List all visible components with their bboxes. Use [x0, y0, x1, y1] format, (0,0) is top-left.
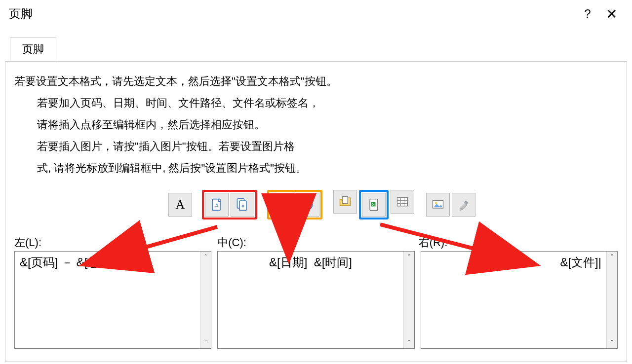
window-title: 页脚	[9, 6, 576, 22]
svg-rect-11	[343, 197, 348, 204]
page-count-icon: #	[236, 198, 249, 212]
center-section-content[interactable]: &[日期] &[时间]	[218, 252, 403, 348]
highlight-page-group: # #	[202, 190, 257, 219]
instruction-line-5: 式, 请将光标放到编辑框中, 然后按"设置图片格式"按钮。	[14, 157, 618, 179]
page-number-icon: #	[210, 198, 224, 212]
scroll-down-icon[interactable]: ˅	[200, 337, 211, 348]
close-button[interactable]: ✕	[599, 6, 623, 22]
svg-rect-6	[277, 200, 287, 203]
insert-sheet-name-button[interactable]	[391, 190, 414, 214]
instruction-line-4: 若要插入图片，请按"插入图片"按钮。若要设置图片格	[14, 136, 618, 157]
date-icon: 7	[275, 198, 289, 212]
left-section-label: 左(L):	[14, 235, 215, 250]
tab-footer[interactable]: 页脚	[10, 37, 56, 61]
scroll-up-icon[interactable]: ˄	[200, 252, 211, 262]
insert-picture-button[interactable]	[426, 193, 450, 217]
scrollbar[interactable]: ˄ ˅	[403, 252, 414, 348]
svg-text:#: #	[241, 203, 244, 209]
format-picture-button[interactable]	[452, 193, 475, 217]
center-section-editor[interactable]: &[日期] &[时间] ˄ ˅	[217, 251, 414, 349]
footer-toolbar: A # # 7	[168, 189, 476, 220]
insert-file-name-button[interactable]: X	[362, 193, 386, 217]
title-bar: 页脚 ? ✕	[0, 0, 632, 28]
instruction-line-3: 请将插入点移至编辑框内，然后选择相应按钮。	[14, 114, 618, 136]
scroll-down-icon[interactable]: ˅	[607, 337, 617, 348]
insert-date-button[interactable]: 7	[270, 193, 294, 217]
tab-strip: 页脚	[5, 37, 627, 61]
scroll-down-icon[interactable]: ˅	[404, 337, 414, 348]
insert-page-count-button[interactable]: #	[231, 193, 254, 217]
insert-file-path-button[interactable]	[333, 190, 357, 214]
file-name-icon: X	[367, 198, 381, 212]
scrollbar[interactable]: ˄ ˅	[606, 252, 617, 348]
scroll-up-icon[interactable]: ˄	[404, 252, 414, 262]
insert-picture-icon	[431, 198, 445, 212]
center-section-label: 中(C):	[215, 235, 416, 250]
footer-panel: 若要设置文本格式，请先选定文本，然后选择"设置文本格式"按钮。 若要加入页码、日…	[5, 61, 627, 362]
instruction-line-2: 若要加入页码、日期、时间、文件路径、文件名或标签名，	[14, 92, 618, 114]
edit-row: &[页码] － &[总页数]| ˄ ˅ &[日期] &[时间] ˄ ˅ &[文件…	[14, 251, 618, 349]
svg-text:7: 7	[280, 204, 283, 210]
file-group: X	[332, 189, 415, 220]
scrollbar[interactable]: ˄ ˅	[200, 252, 211, 348]
format-picture-icon	[457, 198, 471, 212]
svg-point-21	[434, 202, 436, 204]
insert-time-button[interactable]	[296, 193, 319, 217]
right-section-label: 右(R):	[417, 235, 618, 250]
time-icon	[301, 198, 315, 212]
left-section-editor[interactable]: &[页码] － &[总页数]| ˄ ˅	[14, 251, 211, 349]
svg-text:#: #	[215, 203, 218, 209]
instruction-line-1: 若要设置文本格式，请先选定文本，然后选择"设置文本格式"按钮。	[14, 71, 618, 92]
scroll-up-icon[interactable]: ˄	[607, 252, 617, 262]
picture-group	[425, 192, 476, 218]
instructions-block: 若要设置文本格式，请先选定文本，然后选择"设置文本格式"按钮。 若要加入页码、日…	[5, 62, 627, 179]
left-section-content[interactable]: &[页码] － &[总页数]|	[15, 252, 200, 348]
svg-rect-15	[397, 197, 408, 206]
format-text-button[interactable]: A	[168, 193, 192, 217]
right-section-content[interactable]: &[文件]|	[421, 252, 606, 348]
insert-page-number-button[interactable]: #	[205, 193, 229, 217]
highlight-filename-group: X	[359, 190, 389, 219]
highlight-datetime-group: 7	[267, 190, 322, 219]
right-section-editor[interactable]: &[文件]| ˄ ˅	[421, 251, 618, 349]
sheet-name-icon	[395, 195, 409, 209]
help-button[interactable]: ?	[576, 7, 599, 21]
section-labels: 左(L): 中(C): 右(R):	[14, 235, 618, 250]
svg-text:X: X	[372, 202, 375, 207]
file-path-icon	[338, 195, 352, 209]
